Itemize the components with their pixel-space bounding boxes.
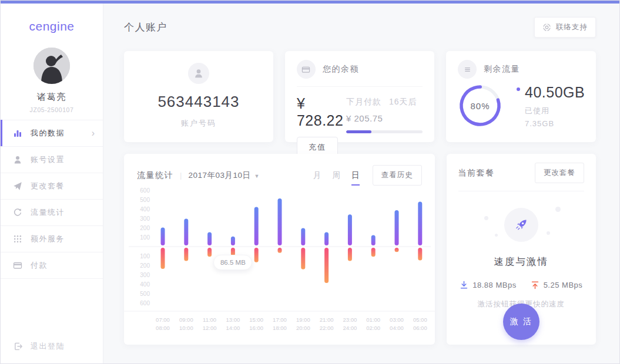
rocket-icon [504, 208, 538, 242]
svg-text:600: 600 [140, 187, 150, 194]
svg-text:200: 200 [140, 262, 150, 269]
grid-dots-icon [13, 234, 22, 244]
user-icon [13, 155, 22, 164]
user-name: 诸葛亮 [1, 92, 103, 103]
sidebar: cengine 诸葛亮 JZ05-2500107 我的数据 › [1, 4, 103, 363]
sidebar-item-account-settings[interactable]: 账号设置 › [1, 147, 103, 173]
brand-logo: cengine [1, 19, 103, 33]
balance-amount: ¥ 728.22 [297, 95, 346, 129]
svg-text:07:0008:00: 07:0008:00 [156, 316, 170, 331]
contact-support-label: 联络支持 [556, 22, 588, 32]
svg-text:11:0012:00: 11:0012:00 [203, 316, 217, 331]
payment-progress-bar [346, 130, 423, 133]
balance-card-title: 您的余额 [323, 64, 359, 75]
logout-label: 退出登陆 [31, 341, 65, 352]
payment-progress-fill [346, 130, 371, 133]
refresh-icon [13, 208, 22, 217]
remaining-data-title: 剩余流量 [484, 64, 520, 75]
chart-title: 流量统计 [137, 170, 173, 181]
contact-support-button[interactable]: 联络支持 [534, 17, 596, 38]
divider [458, 191, 584, 191]
plan-card-title: 当前套餐 [458, 168, 495, 178]
sidebar-item-extra-services[interactable]: 额外服务 › [1, 226, 103, 252]
decorative-dot [555, 207, 561, 212]
credit-card-icon [297, 60, 316, 79]
traffic-chart-card: 流量统计 | 2017年03月10日▼ 月周日 查看历史 [124, 154, 435, 345]
sidebar-item-traffic-stats[interactable]: 流量统计 › [1, 200, 103, 226]
logout-icon [13, 342, 23, 351]
logout-button[interactable]: 退出登陆 [13, 341, 65, 352]
bar-chart-icon [13, 129, 22, 138]
date-selector[interactable]: 2017年03月10日▼ [188, 170, 260, 181]
next-payment-label: 下月付款 [346, 97, 381, 106]
svg-text:100: 100 [140, 234, 150, 241]
divider: | [180, 171, 182, 180]
svg-text:03:0004:00: 03:0004:00 [390, 316, 404, 331]
paper-plane-icon [13, 181, 22, 191]
sidebar-item-label: 我的数据 [31, 128, 65, 139]
avatar [33, 48, 70, 84]
remaining-data-card: 剩余流量 80% 40.50GB 已使用 [446, 51, 596, 142]
list-icon [458, 60, 477, 79]
avatar-photo [33, 48, 70, 84]
sidebar-item-payment[interactable]: 付款 › [1, 252, 103, 279]
activate-button[interactable]: 激 活 [503, 304, 539, 340]
download-speed: 18.88 MBps [472, 281, 516, 289]
sidebar-menu: 我的数据 › 账号设置 › 更改套餐 › [1, 120, 103, 279]
svg-text:13:0014:00: 13:0014:00 [226, 316, 240, 331]
svg-text:15:0016:00: 15:0016:00 [249, 316, 263, 331]
svg-text:100: 100 [140, 253, 150, 259]
user-icon [188, 63, 209, 84]
account-number-label: 账户号码 [181, 118, 216, 129]
svg-text:200: 200 [140, 225, 150, 231]
user-id: JZ05-2500107 [1, 106, 103, 113]
svg-text:500: 500 [140, 197, 150, 203]
chart-tooltip: 86.5 MB [213, 255, 252, 270]
chevron-right-icon: › [92, 129, 95, 138]
period-tabs: 月周日 [313, 170, 360, 181]
app-window: cengine 诸葛亮 JZ05-2500107 我的数据 › [0, 0, 620, 364]
balance-card: 您的余额 ¥ 728.22 充值 下月付款 16天后 ¥ 205.75 [285, 51, 434, 142]
svg-text:300: 300 [140, 215, 150, 222]
divider [297, 86, 423, 87]
page-title: 个人账户 [124, 21, 167, 34]
sidebar-item-label: 更改套餐 [31, 181, 65, 191]
svg-text:19:0020:00: 19:0020:00 [296, 316, 310, 331]
sidebar-item-my-data[interactable]: 我的数据 › [1, 120, 103, 147]
used-label: 已使用 [525, 106, 585, 116]
download-icon [460, 281, 468, 289]
traffic-bar-chart: 10010020020030030040040050050060060007:0… [124, 182, 435, 345]
main-content: 个人账户 联络支持 [104, 4, 619, 363]
tab-月[interactable]: 月 [313, 170, 321, 181]
top-accent-bar [1, 1, 619, 4]
current-plan-card: 当前套餐 更改套餐 [447, 154, 596, 345]
credit-card-icon [13, 261, 22, 270]
svg-text:23:0024:00: 23:0024:00 [343, 316, 357, 331]
account-number: 563443143 [157, 93, 239, 111]
svg-text:21:0022:00: 21:0022:00 [320, 316, 334, 331]
change-plan-button[interactable]: 更改套餐 [535, 163, 584, 183]
svg-text:300: 300 [140, 272, 150, 278]
svg-text:600: 600 [140, 300, 150, 306]
svg-text:500: 500 [140, 291, 150, 297]
decorative-dot [547, 231, 550, 235]
tab-日[interactable]: 日 [351, 170, 360, 181]
sidebar-item-label: 付款 [31, 260, 48, 271]
sidebar-item-change-plan[interactable]: 更改套餐 › [1, 173, 103, 200]
upload-icon [531, 281, 539, 289]
sidebar-item-label: 账号设置 [31, 154, 65, 165]
sidebar-item-label: 额外服务 [31, 234, 65, 244]
selected-date: 2017年03月10日 [188, 171, 250, 180]
bullet-dot [517, 87, 520, 91]
decorative-dot [484, 216, 488, 220]
svg-text:01:0002:00: 01:0002:00 [366, 316, 380, 331]
usage-donut-chart: 80% [458, 83, 502, 128]
next-payment-due: 16天后 [389, 97, 417, 106]
decorative-dot [495, 234, 498, 237]
account-number-card: 563443143 账户号码 [124, 51, 273, 142]
svg-text:09:0010:00: 09:0010:00 [179, 316, 193, 331]
chevron-down-icon: ▼ [254, 173, 259, 179]
sidebar-item-label: 流量统计 [31, 207, 65, 218]
tab-周[interactable]: 周 [333, 170, 341, 181]
upload-speed: 5.25 MBps [544, 281, 583, 289]
